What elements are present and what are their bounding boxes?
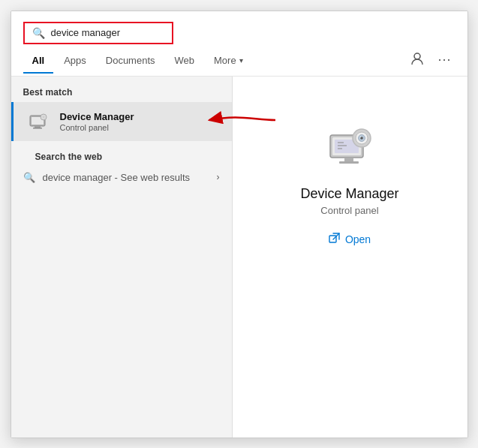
open-label: Open [345, 233, 371, 245]
chevron-down-icon: ▾ [239, 56, 243, 65]
svg-rect-4 [33, 128, 42, 129]
search-web-icon: 🔍 [23, 172, 35, 183]
search-box[interactable]: 🔍 [23, 22, 173, 44]
svg-rect-3 [35, 126, 41, 128]
tab-apps[interactable]: Apps [55, 52, 95, 74]
person-icon [410, 52, 424, 65]
best-match-item-subtitle: Control panel [60, 123, 134, 132]
device-manager-small-svg [27, 110, 51, 134]
svg-point-0 [414, 53, 420, 59]
device-manager-icon-small [26, 108, 53, 135]
person-icon-button[interactable] [407, 50, 428, 70]
tab-more[interactable]: More ▾ [205, 52, 252, 74]
right-panel: Device Manager Control panel Open [233, 77, 467, 437]
nav-tabs-left: All Apps Documents Web More ▾ [23, 52, 254, 74]
main-content: Best match Device Manager [11, 77, 467, 437]
device-manager-icon-large [323, 122, 377, 176]
search-web-text: device manager - See web results [43, 172, 191, 183]
open-external-icon [329, 233, 340, 246]
detail-title: Device Manager [300, 186, 398, 202]
tab-documents[interactable]: Documents [97, 52, 164, 74]
search-web-section: Search the web 🔍 device manager - See we… [11, 141, 232, 193]
best-match-item-title: Device Manager [60, 111, 134, 122]
more-options-button[interactable]: ··· [434, 50, 455, 69]
svg-rect-22 [329, 236, 336, 242]
best-match-item[interactable]: Device Manager Control panel [11, 102, 232, 141]
device-manager-large-svg [323, 122, 377, 176]
svg-point-7 [43, 116, 44, 118]
tab-more-label: More [214, 55, 236, 66]
open-button[interactable]: Open [329, 233, 371, 246]
search-input[interactable] [51, 27, 164, 38]
best-match-item-text: Device Manager Control panel [60, 111, 134, 132]
svg-rect-16 [339, 161, 359, 164]
search-web-item[interactable]: 🔍 device manager - See web results › [23, 167, 220, 188]
nav-tabs-area: All Apps Documents Web More ▾ ··· [11, 44, 467, 77]
svg-rect-15 [344, 158, 353, 161]
nav-tabs-right: ··· [407, 50, 455, 76]
tab-web[interactable]: Web [166, 52, 204, 74]
left-panel: Best match Device Manager [11, 77, 233, 437]
search-web-chevron-icon: › [217, 172, 220, 182]
detail-subtitle: Control panel [320, 205, 378, 216]
best-match-label: Best match [11, 87, 232, 102]
search-web-suffix: - See web results [112, 172, 190, 183]
search-window: 🔍 All Apps Documents Web More ▾ ··· Best… [11, 11, 468, 438]
svg-point-21 [360, 136, 362, 137]
search-bar-area: 🔍 [11, 11, 467, 44]
search-icon: 🔍 [32, 27, 45, 39]
search-web-query: device manager [43, 172, 113, 183]
search-web-label: Search the web [23, 152, 220, 167]
tab-all[interactable]: All [23, 52, 54, 74]
